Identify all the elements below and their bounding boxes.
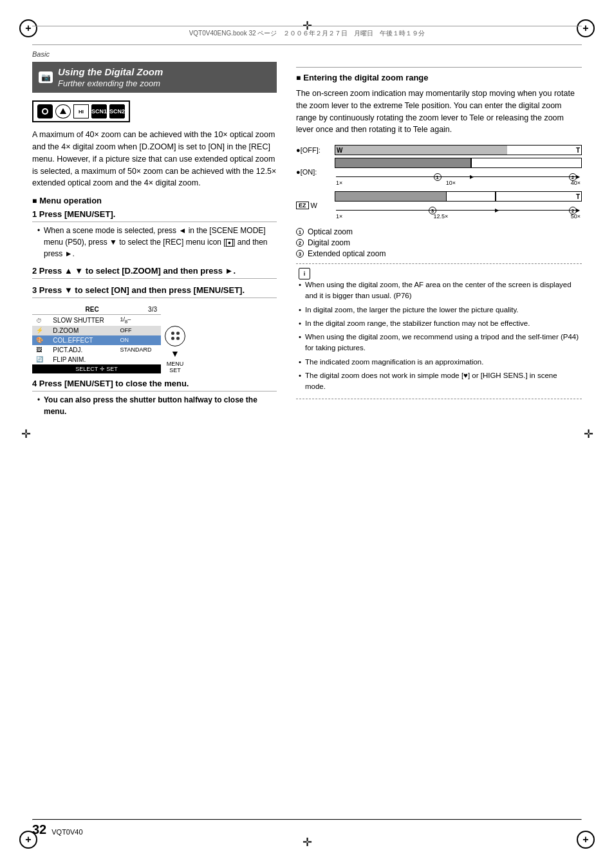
- off-t-label: T: [576, 147, 580, 154]
- menu-val-col: ON: [116, 335, 161, 345]
- note-item-4: When using the digital zoom, we recommen…: [299, 332, 579, 354]
- step-2-num: 2: [32, 266, 37, 276]
- num-circle-2: 2: [296, 239, 304, 247]
- ez-bar: T: [335, 191, 582, 202]
- menu-val-dzoom: OFF: [116, 326, 161, 335]
- on-bar: W T: [335, 158, 582, 168]
- menu-icon-col: 🎨: [32, 335, 49, 345]
- num-label-1: Optical zoom: [308, 227, 353, 236]
- step-1-text: Press [MENU/SET].: [39, 209, 115, 219]
- menu-table: REC 3/3 ⏱ SLOW SHUTTER 1/8– ⚡ D.ZOOM OFF: [32, 305, 161, 373]
- menu-val-slow: 1/8–: [116, 315, 161, 326]
- menu-screenshot: REC 3/3 ⏱ SLOW SHUTTER 1/8– ⚡ D.ZOOM OFF: [32, 305, 161, 373]
- num-item-3: 3 Extended optical zoom: [296, 249, 582, 258]
- menu-row-col: 🎨 COL.EFFECT ON: [32, 335, 161, 345]
- ez-tick-50x: 50×: [571, 213, 581, 220]
- menu-header-row: REC 3/3: [32, 305, 161, 315]
- menu-footer-row: SELECT ✛ SET: [32, 364, 161, 373]
- footer-divider: [32, 819, 582, 820]
- menu-label: MENUSET: [167, 361, 184, 373]
- num-item-2: 2 Digital zoom: [296, 238, 582, 247]
- off-row: ●[OFF]: W T: [296, 145, 582, 155]
- menu-val-pict: STANDARD: [116, 345, 161, 355]
- tick-10x: 10×: [446, 180, 456, 186]
- left-column: Using the Digital Zoom Further extending…: [32, 62, 277, 424]
- step-4-bullets: You can also press the shutter button ha…: [32, 394, 277, 417]
- menu-name-col: COL.EFFECT: [49, 335, 116, 345]
- right-column: Entering the digital zoom range The on-s…: [296, 62, 582, 424]
- on-row: ●[ON]: W T ▶: [296, 158, 582, 186]
- main-title: Using the Digital Zoom: [58, 66, 163, 79]
- mode-icon-scn2: SCN2: [109, 104, 125, 118]
- mode-icon-scn1: SCN1: [91, 104, 107, 118]
- menu-row-slow: ⏱ SLOW SHUTTER 1/8–: [32, 315, 161, 326]
- menu-val-flip: [116, 355, 161, 364]
- page: VQT0V40ENG.book 32 ページ ２００６年２月２７日 月曜日 午後…: [0, 0, 614, 868]
- step-3-title: 3 Press ▼ to select [ON] and then press …: [32, 285, 277, 298]
- ez-row: EZ W T 1×: [296, 191, 582, 220]
- right-section-header: Entering the digital zoom range: [296, 73, 582, 82]
- note-box: i When using the digital zoom, the AF ar…: [296, 263, 582, 399]
- ez-annotations: 1× ▶ 3 12.5× ▶ 2: [335, 202, 582, 220]
- footer-content: 32 VQT0V40: [32, 823, 582, 836]
- menu-row-pict: 🖼 PICT.ADJ. STANDARD: [32, 345, 161, 355]
- step-1-bullets: When a scene mode is selected, press ◄ i…: [32, 225, 277, 259]
- header-text: VQT0V40ENG.book 32 ページ ２００６年２月２７日 月曜日 午後…: [32, 26, 582, 38]
- menu-icon-pict: 🖼: [32, 345, 49, 355]
- mode-icon-rec: [37, 104, 53, 118]
- svg-point-1: [43, 109, 47, 113]
- note-item-3: In the digital zoom range, the stabilize…: [299, 318, 579, 329]
- camera-icon: [39, 71, 53, 83]
- title-text: Using the Digital Zoom Further extending…: [58, 66, 163, 89]
- on-label: ●[ON]:: [296, 168, 335, 176]
- step-3-num: 3: [32, 285, 37, 295]
- top-divider: [32, 44, 582, 45]
- on-bar-area: W T ▶ 1: [335, 158, 582, 186]
- right-top-divider: [296, 67, 582, 68]
- menu-icon-dzoom: ⚡: [32, 326, 49, 335]
- ez-w-label: W: [311, 202, 317, 209]
- ez-arrow-3: ▶: [336, 210, 496, 211]
- menu-name-flip: FLIP ANIM.: [49, 355, 116, 364]
- numbered-list: 1 Optical zoom 2 Digital zoom 3 Extended…: [296, 227, 582, 258]
- mode-icon-scene: [55, 104, 71, 118]
- model-number: VQT0V40: [51, 828, 82, 836]
- ez-tick-1x: 1×: [336, 213, 342, 220]
- note-icon: i: [299, 268, 310, 279]
- step-1: 1 Press [MENU/SET]. When a scene mode is…: [32, 209, 277, 259]
- ez-box: EZ: [296, 202, 309, 209]
- menu-name-dzoom: D.ZOOM: [49, 326, 116, 335]
- menu-icon-flip: 🔄: [32, 355, 49, 364]
- mode-icon-hd: HI: [73, 104, 89, 118]
- note-list: When using the digital zoom, the AF area…: [299, 279, 579, 392]
- on-annotations: ▶ 1 1× 10× 40× ▶: [335, 168, 582, 186]
- off-bar: W T: [335, 145, 582, 155]
- page-number: 32: [32, 823, 46, 836]
- right-body-text: The on-screen zoom indication may moment…: [296, 88, 582, 136]
- menu-title: REC 3/3: [32, 305, 161, 315]
- section-label: Basic: [32, 50, 582, 58]
- title-box: Using the Digital Zoom Further extending…: [32, 62, 277, 93]
- ez-arrow-2: ▶: [496, 210, 577, 211]
- zoom-diagrams: ●[OFF]: W T ●[ON]: W: [296, 142, 582, 222]
- anno-circle-1: 1: [434, 173, 442, 181]
- body-text: A maximum of 40× zoom can be achieved wi…: [32, 129, 277, 189]
- ez-t-label: T: [576, 193, 580, 200]
- note-item-5: The indicated zoom magnification is an a…: [299, 357, 579, 368]
- menu-icon-slow: ⏱: [32, 315, 49, 326]
- menu-name-slow: SLOW SHUTTER: [49, 315, 116, 326]
- menu-name-pict: PICT.ADJ.: [49, 345, 116, 355]
- tick-1x: 1×: [336, 180, 342, 186]
- anno-arrow-2: ▶: [473, 176, 577, 177]
- menu-row-flip: 🔄 FLIP ANIM.: [32, 355, 161, 364]
- num-label-2: Digital zoom: [308, 238, 350, 247]
- anno-arrow-1: ▶: [336, 176, 470, 177]
- dial-icon: [165, 326, 185, 346]
- ez-label-area: EZ W: [296, 202, 335, 209]
- anno-circle-2: 2: [569, 173, 577, 181]
- ez-tick-125x: 12.5×: [434, 213, 449, 220]
- menu-row-dzoom: ⚡ D.ZOOM OFF: [32, 326, 161, 335]
- step-3: 3 Press ▼ to select [ON] and then press …: [32, 285, 277, 298]
- off-w-label: W: [337, 147, 342, 154]
- note-item-6: The digital zoom does not work in simple…: [299, 370, 579, 393]
